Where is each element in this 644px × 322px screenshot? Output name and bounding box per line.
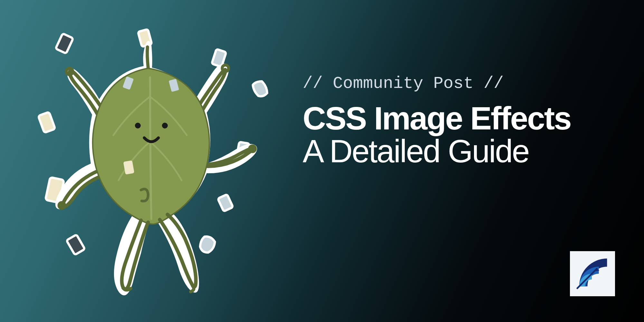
speed-arc-icon	[573, 255, 611, 293]
leaf-character-illustration	[19, 19, 283, 303]
leaf-character-svg	[19, 19, 283, 303]
svg-rect-6	[218, 194, 233, 211]
hero-text-block: // Community Post // CSS Image Effects A…	[303, 74, 625, 168]
hero-title-bold: CSS Image Effects	[303, 102, 625, 134]
svg-point-15	[135, 123, 141, 128]
svg-rect-7	[66, 234, 85, 255]
svg-rect-0	[56, 33, 73, 53]
eyebrow-label: // Community Post //	[303, 74, 625, 93]
svg-point-16	[162, 123, 168, 128]
hero-title-light: A Detailed Guide	[303, 134, 625, 168]
brand-logo	[570, 251, 615, 296]
leaf-character	[55, 41, 257, 296]
svg-rect-3	[38, 112, 55, 133]
